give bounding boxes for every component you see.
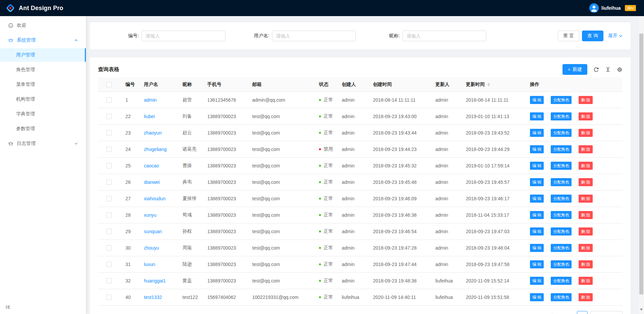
username-link[interactable]: caocao [144,163,159,168]
page-size-select[interactable]: 20 条/页 [590,311,623,314]
delete-button[interactable]: 删 除 [579,129,592,137]
assign-role-button[interactable]: 分配角色 [551,112,572,120]
reset-button[interactable]: 重 置 [558,31,579,41]
username-link[interactable]: huanggai1 [144,278,166,283]
username-link[interactable]: luxun [144,262,155,267]
system-submenu: 用户管理 角色管理 菜单管理 机构管理 字典管理 参数管理 [0,48,86,136]
assign-role-button[interactable]: 分配角色 [551,195,572,203]
assign-role-button[interactable]: 分配角色 [551,96,572,104]
new-button[interactable]: + 新建 [562,64,587,75]
row-checkbox[interactable] [106,196,112,201]
delete-button[interactable]: 删 除 [579,277,592,285]
delete-button[interactable]: 删 除 [579,178,592,186]
username-link[interactable]: admin [144,97,157,103]
assign-role-button[interactable]: 分配角色 [551,178,572,186]
column-height-icon[interactable] [605,67,611,72]
username-link[interactable]: zhaoyun [144,130,162,136]
sidebar-item-role-mgmt[interactable]: 角色管理 [0,63,86,76]
select-all-checkbox[interactable] [106,82,112,87]
row-checkbox[interactable] [106,262,112,267]
search-button[interactable]: 查 询 [582,31,603,41]
delete-button[interactable]: 删 除 [579,162,592,170]
setting-icon[interactable] [617,67,623,72]
assign-role-button[interactable]: 分配角色 [551,211,572,219]
row-checkbox[interactable] [106,130,112,136]
scrollbar-thumb[interactable] [639,34,643,295]
row-checkbox[interactable] [106,212,112,218]
row-checkbox[interactable] [106,114,112,119]
sidebar-item-welcome[interactable]: 欢迎 [0,19,86,32]
row-checkbox[interactable] [106,97,112,103]
cell-phone: 13889700023 [202,130,247,136]
edit-button[interactable]: 编 辑 [530,244,544,252]
edit-button[interactable]: 编 辑 [530,112,544,120]
assign-role-button[interactable]: 分配角色 [551,162,572,170]
sidebar-item-log[interactable]: 日志管理 [0,137,86,150]
assign-role-button[interactable]: 分配角色 [551,227,572,235]
row-checkbox[interactable] [106,295,112,300]
cell-id: 24 [120,147,139,152]
delete-button[interactable]: 删 除 [579,112,592,120]
delete-button[interactable]: 删 除 [579,293,592,301]
edit-button[interactable]: 编 辑 [530,178,544,186]
edit-button[interactable]: 编 辑 [530,145,544,153]
assign-role-button[interactable]: 分配角色 [551,244,572,252]
sidebar-item-user-mgmt[interactable]: 用户管理 [0,48,86,62]
menu-fold-icon[interactable] [5,304,11,310]
row-checkbox[interactable] [106,163,112,168]
brand[interactable]: Ant Design Pro [5,3,63,13]
edit-button[interactable]: 编 辑 [530,293,544,301]
delete-button[interactable]: 删 除 [579,260,592,268]
edit-button[interactable]: 编 辑 [530,129,544,137]
row-actions: 编 辑 分配角色 删 除 [525,112,623,120]
edit-button[interactable]: 编 辑 [530,227,544,235]
row-checkbox[interactable] [106,179,112,185]
username-link[interactable]: xunyu [144,212,156,218]
nickname-input[interactable] [402,31,486,41]
sidebar-item-system[interactable]: 系统管理 [0,34,86,47]
username-link[interactable]: test1332 [144,295,162,300]
sorter-icon[interactable] [487,83,490,86]
username-input[interactable] [272,31,356,41]
row-checkbox[interactable] [106,245,112,251]
delete-button[interactable]: 删 除 [579,195,592,203]
delete-button[interactable]: 删 除 [579,244,592,252]
delete-button[interactable]: 删 除 [579,211,592,219]
assign-role-button[interactable]: 分配角色 [551,145,572,153]
expand-link[interactable]: 展开 [608,33,623,39]
username-link[interactable]: xiahoudun [144,196,166,201]
sidebar-item-dict-mgmt[interactable]: 字典管理 [0,107,86,121]
assign-role-button[interactable]: 分配角色 [551,293,572,301]
edit-button[interactable]: 编 辑 [530,211,544,219]
edit-button[interactable]: 编 辑 [530,96,544,104]
sidebar-item-param-mgmt[interactable]: 参数管理 [0,122,86,136]
reload-icon[interactable] [593,67,599,72]
username-link[interactable]: sunquan [144,229,162,234]
username-link[interactable]: zhouyu [144,245,159,251]
cell-updater: admin [430,179,461,185]
row-checkbox[interactable] [106,278,112,283]
username-link[interactable]: dianwei [144,179,160,185]
delete-button[interactable]: 删 除 [579,96,592,104]
edit-button[interactable]: 编 辑 [530,162,544,170]
sidebar-item-org-mgmt[interactable]: 机构管理 [0,93,86,106]
assign-role-button[interactable]: 分配角色 [551,129,572,137]
cell-phone: 13889700023 [202,179,247,185]
username-link[interactable]: liubei [144,114,155,119]
row-checkbox[interactable] [106,147,112,152]
edit-button[interactable]: 编 辑 [530,277,544,285]
id-input[interactable] [142,31,225,41]
delete-button[interactable]: 删 除 [579,145,592,153]
edit-button[interactable]: 编 辑 [530,195,544,203]
sidebar-item-menu-mgmt[interactable]: 菜单管理 [0,78,86,91]
header-username: liufeihua [601,5,621,11]
edit-button[interactable]: 编 辑 [530,260,544,268]
assign-role-button[interactable]: 分配角色 [551,277,572,285]
delete-button[interactable]: 删 除 [579,227,592,235]
page-1-button[interactable]: 1 [577,311,588,314]
row-checkbox[interactable] [106,229,112,234]
assign-role-button[interactable]: 分配角色 [551,260,572,268]
user-menu[interactable]: liufeihua dev [589,3,636,13]
scrollbar-down-arrow[interactable] [640,309,643,311]
username-link[interactable]: zhugeliang [144,147,167,152]
